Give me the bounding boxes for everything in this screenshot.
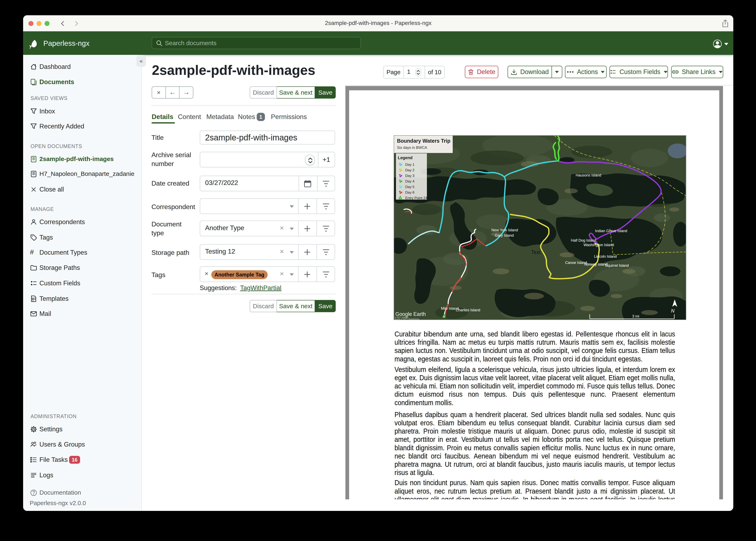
svg-text:Canoe Island: Canoe Island (565, 261, 587, 265)
svg-text:Lincoln Island: Lincoln Island (594, 255, 617, 259)
svg-text:Charlies Island: Charlies Island (456, 308, 480, 312)
svg-text:Gary Island: Gary Island (495, 234, 514, 238)
svg-text:Day 6: Day 6 (405, 191, 414, 195)
svg-text:Day 2: Day 2 (405, 168, 414, 172)
svg-text:Half Dog Island: Half Dog Island (571, 238, 596, 243)
svg-text:Day 4: Day 4 (405, 179, 414, 183)
svg-text:Google Earth: Google Earth (395, 311, 426, 317)
svg-text:New York Island: New York Island (491, 228, 518, 232)
svg-text:Norway Island: Norway Island (584, 262, 608, 267)
svg-text:Hausons Island: Hausons Island (576, 173, 601, 177)
svg-text:Day 3: Day 3 (405, 174, 414, 178)
svg-text:Day 1: Day 1 (405, 163, 414, 167)
svg-text:Washington Island: Washington Island (584, 243, 614, 247)
svg-text:Boundary Waters Trip: Boundary Waters Trip (397, 138, 450, 144)
svg-text:Day 5: Day 5 (405, 185, 414, 189)
svg-text:Legend: Legend (398, 156, 412, 160)
svg-text:Entry Point 24: Entry Point 24 (405, 196, 427, 200)
svg-text:Six days in BWCA: Six days in BWCA (397, 146, 427, 150)
svg-text:Squirrel Island: Squirrel Island (605, 264, 629, 268)
svg-text:N: N (671, 308, 674, 313)
svg-text:Indian Grave Island: Indian Grave Island (595, 229, 627, 233)
svg-text:Text: Text (531, 249, 541, 255)
svg-text:3 mi: 3 mi (632, 314, 639, 318)
